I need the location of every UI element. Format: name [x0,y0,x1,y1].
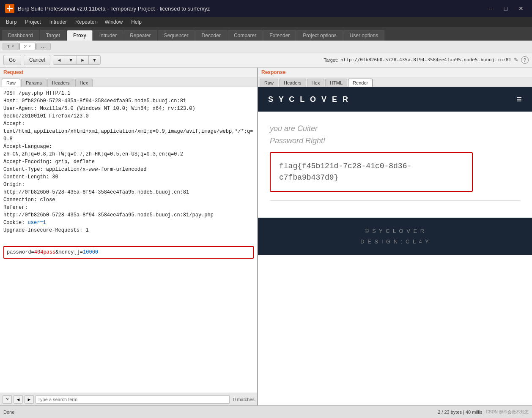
tab-sequencer[interactable]: Sequencer [158,30,195,41]
tab-intruder[interactable]: Intruder [93,30,123,41]
site-content: you are Cuiter Password Right! flag{f45b… [258,112,532,218]
main-content: Request RawParamsHeadersHex POST /pay.ph… [0,68,532,405]
flag-box: flag{f45b121d-7c28-41c0-8d36-c7fba9b437d… [270,152,473,192]
sub-tab-...[interactable]: ... [36,43,51,50]
post-body-box: password=404pass&money[]=10000 [3,246,254,259]
menu-item-burp[interactable]: Burp [2,18,21,26]
sub-tab-close-icon[interactable]: × [11,44,14,49]
cancel-button[interactable]: Cancel [24,55,50,65]
menu-bar: BurpProjectIntruderRepeaterWindowHelp [0,17,532,27]
footer-design: D E S I G N : C L 4 Y [268,238,522,245]
back-forward-group: ◄ ▼ ► ▼ [53,55,101,65]
target-info: Target: http://0fb826b0-5728-435a-8f94-3… [324,56,529,64]
window-controls: — □ ✕ [485,3,527,14]
status-bar: Done 2 / 23 bytes | 40 millis CSDN @不会做不… [0,405,532,418]
request-tab-raw[interactable]: Raw [2,79,20,87]
site-logo: S Y C L O V E R [268,95,350,104]
response-tab-render[interactable]: Render [348,79,373,87]
menu-item-repeater[interactable]: Repeater [71,18,100,26]
target-url: http://0fb826b0-5728-435a-8f94-3584ee4fa… [340,57,511,63]
response-tab-html[interactable]: HTML [325,79,347,87]
tab-target[interactable]: Target [40,30,66,41]
search-input[interactable] [36,395,230,404]
title-bar: Burp Suite Professional v2.0.11beta - Te… [0,0,532,17]
request-body[interactable]: POST /pay.php HTTP/1.1 Host: 0fb826b0-57… [0,87,257,393]
window-title: Burp Suite Professional v2.0.11beta - Te… [18,5,485,12]
response-panel: Response RawHeadersHexHTMLRender S Y C L… [258,68,532,405]
help-circle-button[interactable]: ? [3,395,12,404]
response-tab-hex[interactable]: Hex [307,79,325,87]
minimize-button[interactable]: — [485,3,496,14]
site-footer: © S Y C L O V E R D E S I G N : C L 4 Y [258,218,532,255]
tab-comparer[interactable]: Comparer [228,30,263,41]
close-button[interactable]: ✕ [515,3,527,14]
search-next-button[interactable]: ► [25,395,34,404]
svg-rect-2 [9,5,10,11]
csdn-watermark: CSDN @不会做不知怎 [486,409,529,415]
forward-dropdown-button[interactable]: ▼ [89,56,100,64]
tab-proxy[interactable]: Proxy [67,30,93,41]
menu-item-window[interactable]: Window [100,18,127,26]
menu-item-project[interactable]: Project [21,18,45,26]
response-tab-headers[interactable]: Headers [279,79,306,87]
back-dropdown-button[interactable]: ▼ [65,56,77,64]
request-tab-hex[interactable]: Hex [75,79,93,87]
success-line1: you are Cuiter [270,124,520,133]
tab-extender[interactable]: Extender [263,30,296,41]
request-tabs: RawParamsHeadersHex [0,77,257,87]
main-tab-bar: DashboardTargetProxyIntruderRepeaterSequ… [0,27,532,41]
search-prev-button[interactable]: ◄ [14,395,23,404]
status-done: Done [3,410,434,415]
response-tabs: RawHeadersHexHTMLRender [258,77,532,87]
tab-project-options[interactable]: Project options [296,30,343,41]
sub-tab-1[interactable]: 1 × [3,43,19,50]
request-tab-params[interactable]: Params [21,79,47,87]
request-tab-headers[interactable]: Headers [47,79,74,87]
rendered-view: S Y C L O V E R ≡ you are Cuiter Passwor… [258,87,532,405]
tab-decoder[interactable]: Decoder [195,30,227,41]
sub-tab-2[interactable]: 2 × [19,43,36,50]
tab-dashboard[interactable]: Dashboard [2,30,39,41]
back-button[interactable]: ◄ [53,56,65,64]
maximize-button[interactable]: □ [500,3,512,14]
flag-text: flag{f45b121d-7c28-41c0-8d36-c7fba9b437d… [279,162,411,182]
edit-icon[interactable]: ✎ [514,57,518,63]
response-body[interactable]: S Y C L O V E R ≡ you are Cuiter Passwor… [258,87,532,405]
forward-button[interactable]: ► [77,56,89,64]
hamburger-icon[interactable]: ≡ [516,94,522,105]
target-label: Target: [324,57,338,63]
divider [270,200,520,201]
toolbar: Go Cancel ◄ ▼ ► ▼ Target: http://0fb826b… [0,52,532,68]
status-info: 2 / 23 bytes | 40 millis [438,410,483,415]
tab-repeater[interactable]: Repeater [123,30,157,41]
site-nav: S Y C L O V E R ≡ [258,87,532,112]
menu-item-help[interactable]: Help [127,18,146,26]
response-tab-raw[interactable]: Raw [260,79,278,87]
sub-tab-bar: 1 ×2 ×... [0,41,532,52]
matches-label: 0 matches [231,397,255,402]
menu-item-intruder[interactable]: Intruder [45,18,71,26]
success-line2: Password Right! [270,137,520,145]
tab-user-options[interactable]: User options [343,30,384,41]
response-label: Response [258,68,532,77]
sub-tab-close-icon[interactable]: × [28,44,31,49]
footer-copyright: © S Y C L O V E R [268,228,522,234]
app-icon [5,4,14,13]
go-button[interactable]: Go [3,55,21,65]
search-bar: ? ◄ ► 0 matches [0,393,257,405]
request-panel: Request RawParamsHeadersHex POST /pay.ph… [0,68,258,405]
help-icon[interactable]: ? [521,56,529,64]
request-label: Request [0,68,257,77]
